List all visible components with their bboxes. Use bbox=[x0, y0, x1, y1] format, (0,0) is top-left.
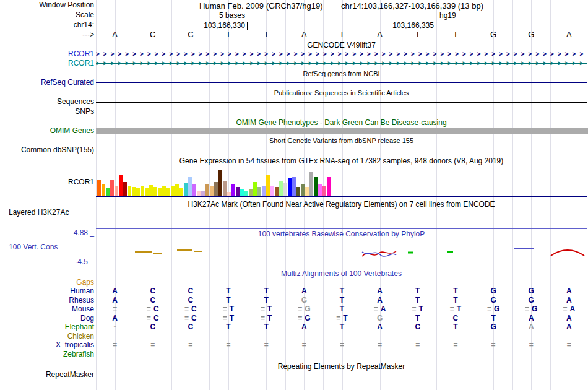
omim-genes-bar[interactable] bbox=[96, 128, 588, 134]
species-label-zebrafish[interactable]: Zebrafish bbox=[0, 350, 94, 358]
gtex-bar[interactable] bbox=[309, 172, 313, 196]
grid-guideline bbox=[456, 0, 456, 390]
species-label-gaps[interactable]: Gaps bbox=[0, 279, 94, 287]
alignment-base: A bbox=[377, 287, 383, 295]
alignment-cell: =G bbox=[475, 305, 512, 313]
gtex-bar[interactable] bbox=[244, 191, 248, 196]
phylop-track-label[interactable]: 100 Vert. Cons bbox=[0, 243, 94, 251]
snps-label[interactable]: SNPs bbox=[0, 108, 94, 116]
gene-line-rcor1-1[interactable]: >>>>>>>>>>>>>>>>>>>>>>>>>>>>>>>>>>>>>>>>… bbox=[96, 51, 587, 58]
species-label-elephant[interactable]: Elephant bbox=[0, 323, 94, 331]
species-label-x_tropicalis[interactable]: X_tropicalis bbox=[0, 341, 94, 349]
gtex-bar[interactable] bbox=[218, 170, 222, 196]
gtex-bar[interactable] bbox=[128, 186, 131, 196]
gtex-bar[interactable] bbox=[249, 189, 253, 196]
alignment-cell: =T bbox=[248, 314, 285, 323]
gtex-baseline[interactable] bbox=[96, 196, 587, 197]
gtex-bar[interactable] bbox=[223, 181, 227, 196]
gtex-bar[interactable] bbox=[175, 184, 179, 196]
gtex-bar[interactable] bbox=[201, 191, 205, 196]
gtex-bar[interactable] bbox=[192, 184, 196, 196]
scale-bar bbox=[248, 13, 436, 18]
gene-label-rcor1-2[interactable]: RCOR1 bbox=[0, 59, 94, 67]
gtex-bar[interactable] bbox=[197, 191, 201, 196]
gtex-bar[interactable] bbox=[292, 177, 296, 196]
alignment-base: C bbox=[453, 314, 459, 323]
alignment-base: T bbox=[264, 296, 268, 305]
species-label-human[interactable]: Human bbox=[0, 287, 94, 295]
refseq-curated-track[interactable] bbox=[96, 82, 587, 83]
alignment-cell: = bbox=[361, 341, 399, 349]
grid-guideline bbox=[342, 0, 343, 390]
species-label-chicken[interactable]: Chicken bbox=[0, 332, 94, 340]
gtex-bar[interactable] bbox=[266, 175, 270, 196]
gtex-bar[interactable] bbox=[214, 182, 218, 196]
gtex-bar[interactable] bbox=[166, 188, 170, 196]
refseq-curated-label[interactable]: RefSeq Curated bbox=[0, 79, 94, 87]
strand-label: ---> bbox=[0, 31, 94, 39]
gtex-bar[interactable] bbox=[136, 188, 140, 196]
gtex-bar[interactable] bbox=[132, 187, 136, 196]
gtex-bar[interactable] bbox=[145, 188, 149, 196]
gtex-bar[interactable] bbox=[275, 187, 279, 196]
refseq-title: RefSeq genes from NCBI bbox=[96, 70, 587, 77]
gtex-bar[interactable] bbox=[210, 186, 214, 196]
gtex-bar[interactable] bbox=[162, 186, 166, 196]
species-label-rhesus[interactable]: Rhesus bbox=[0, 297, 94, 305]
h3k27ac-track[interactable] bbox=[96, 228, 587, 229]
gtex-bar[interactable] bbox=[314, 177, 318, 196]
dbsnp-label[interactable]: Common dbSNP(155) bbox=[0, 146, 94, 154]
gtex-bar[interactable] bbox=[102, 184, 105, 196]
gtex-bar[interactable] bbox=[240, 189, 244, 196]
gtex-bar[interactable] bbox=[171, 186, 175, 196]
gtex-bar[interactable] bbox=[253, 182, 257, 196]
alignment-base: G bbox=[532, 305, 537, 313]
gene-line-rcor1-2[interactable]: >>>>>>>>>>>>>>>>>>>>>>>>>>>>>>>>>>>>>>>>… bbox=[96, 60, 587, 67]
gtex-bar[interactable] bbox=[305, 187, 309, 196]
gtex-bar[interactable] bbox=[158, 188, 162, 196]
h3k27ac-label[interactable]: Layered H3K27Ac bbox=[0, 209, 94, 217]
gtex-gene-label[interactable]: RCOR1 bbox=[0, 178, 94, 186]
gtex-bar[interactable] bbox=[119, 175, 123, 196]
gtex-bar[interactable] bbox=[184, 183, 188, 196]
gene-label-rcor1-1[interactable]: RCOR1 bbox=[0, 50, 94, 58]
gtex-bar[interactable] bbox=[231, 184, 235, 196]
gtex-bar[interactable] bbox=[283, 183, 287, 196]
repeatmasker-title: Repeating Elements by RepeatMasker bbox=[96, 362, 587, 371]
gtex-bar[interactable] bbox=[318, 184, 322, 196]
gtex-bar[interactable] bbox=[179, 188, 183, 196]
gtex-bar[interactable] bbox=[296, 187, 300, 196]
gtex-bar[interactable] bbox=[123, 182, 127, 196]
alignment-cell: A bbox=[361, 297, 399, 305]
alignment-base: G bbox=[529, 287, 534, 295]
gtex-bar[interactable] bbox=[188, 177, 192, 196]
alignment-cell: =C bbox=[134, 305, 171, 313]
gtex-bar[interactable] bbox=[327, 177, 331, 196]
gtex-bar[interactable] bbox=[279, 181, 283, 196]
species-label-mouse[interactable]: Mouse bbox=[0, 305, 94, 313]
sequences-track[interactable] bbox=[96, 102, 587, 103]
sequences-label[interactable]: Sequences bbox=[0, 98, 94, 106]
grid-guideline bbox=[436, 0, 437, 390]
gtex-bar[interactable] bbox=[262, 186, 266, 196]
gtex-bar[interactable] bbox=[236, 187, 240, 196]
omim-genes-label[interactable]: OMIM Genes bbox=[0, 127, 94, 135]
repeatmasker-label[interactable]: RepeatMasker bbox=[0, 371, 94, 379]
gtex-bar[interactable] bbox=[257, 187, 261, 196]
alignment-cell: T bbox=[436, 323, 474, 331]
gtex-bar[interactable] bbox=[110, 180, 114, 196]
alignment-gap-mark: = bbox=[487, 305, 491, 313]
gtex-bar[interactable] bbox=[115, 186, 118, 196]
gtex-bar[interactable] bbox=[153, 187, 157, 196]
gtex-bar[interactable] bbox=[322, 186, 326, 196]
gtex-bar[interactable] bbox=[205, 184, 209, 196]
species-label-dog[interactable]: Dog bbox=[0, 314, 94, 323]
gtex-bar[interactable] bbox=[301, 184, 305, 196]
gtex-bar[interactable] bbox=[149, 185, 153, 196]
gtex-bar[interactable] bbox=[106, 188, 110, 196]
gtex-bar[interactable] bbox=[141, 186, 144, 196]
gtex-bar[interactable] bbox=[288, 178, 292, 196]
gtex-bar[interactable] bbox=[270, 186, 274, 196]
alignment-cell: = bbox=[475, 341, 512, 349]
gtex-bar[interactable] bbox=[97, 180, 101, 196]
